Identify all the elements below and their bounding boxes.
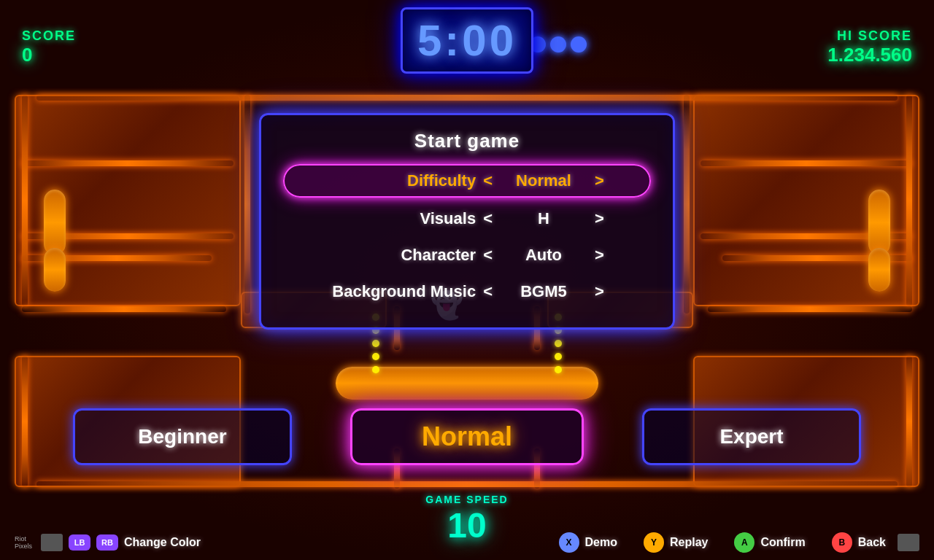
timer-container: 5:00 [401, 7, 533, 74]
character-arrow-left[interactable]: < [483, 246, 493, 265]
pill [44, 248, 66, 292]
expert-label: Expert [719, 425, 783, 448]
character-arrow-right[interactable]: > [595, 246, 604, 265]
beginner-label: Beginner [138, 425, 226, 448]
joystick-icon-right [898, 534, 919, 551]
neon-line-h [22, 160, 234, 166]
neon-line-v [684, 95, 690, 314]
replay-label: Replay [670, 536, 708, 549]
neon-line-v [244, 95, 250, 314]
bgm-arrow-left[interactable]: < [483, 282, 493, 301]
normal-label: Normal [422, 421, 512, 451]
neon-line-h [22, 306, 226, 312]
joystick-icon [41, 534, 63, 551]
difficulty-label: Difficulty [330, 171, 476, 190]
score-block: SCORE 0 [22, 28, 76, 66]
rb-button[interactable]: RB [96, 534, 118, 551]
hi-score-block: HI SCORE 1.234.560 [827, 28, 912, 66]
character-value: Auto [500, 246, 587, 265]
difficulty-value: Normal [500, 171, 587, 190]
x-button[interactable]: X [559, 532, 579, 553]
timer-display: 5:00 [417, 15, 517, 66]
game-speed-label: GAME SPEED [425, 494, 508, 505]
difficulty-arrow-right[interactable]: > [595, 171, 604, 190]
neon-line-v [22, 356, 28, 487]
visuals-label: Visuals [330, 209, 476, 228]
riot-logo: RiotPixels [15, 535, 32, 550]
beginner-button[interactable]: Beginner [73, 408, 292, 465]
hi-score-label: HI SCORE [837, 28, 912, 44]
character-label: Character [330, 246, 476, 265]
expert-button[interactable]: Expert [642, 408, 861, 465]
difficulty-arrow-left[interactable]: < [483, 171, 493, 190]
pill [44, 190, 66, 255]
neon-line-v [906, 356, 912, 487]
neon-line-h [708, 306, 912, 312]
change-color-group: RiotPixels LB RB Change Color [15, 534, 201, 551]
neon-line-v [22, 95, 28, 306]
hi-score-value: 1.234.560 [827, 44, 912, 66]
bgm-value: BGM5 [500, 282, 587, 301]
visuals-row[interactable]: Visuals < H > [283, 203, 651, 234]
visuals-value: H [500, 209, 587, 228]
menu-panel: Start game Difficulty < Normal > Visuals… [259, 113, 675, 330]
difficulty-row[interactable]: Difficulty < Normal > [283, 164, 651, 198]
neon-line-v [906, 95, 912, 306]
lb-button[interactable]: LB [69, 534, 90, 551]
y-button[interactable]: Y [644, 532, 664, 553]
visuals-arrow-right[interactable]: > [595, 209, 604, 228]
life-dot [571, 36, 587, 52]
visuals-arrow-left[interactable]: < [483, 209, 493, 228]
bottom-controls: RiotPixels LB RB Change Color X Demo Y R… [0, 532, 934, 553]
back-label: Back [858, 536, 886, 549]
neon-line-h [36, 95, 898, 101]
change-color-label: Change Color [124, 536, 201, 549]
demo-label: Demo [585, 536, 617, 549]
neon-line-h [36, 481, 898, 487]
bgm-row[interactable]: Background Music < BGM5 > [283, 276, 651, 307]
start-game-label[interactable]: Start game [283, 130, 651, 152]
a-button[interactable]: A [734, 532, 754, 553]
normal-button[interactable]: Normal [350, 408, 584, 465]
right-controls: X Demo Y Replay A Confirm B Back [559, 532, 920, 553]
life-dot [550, 36, 566, 52]
bgm-arrow-right[interactable]: > [595, 282, 604, 301]
score-label: SCORE [22, 28, 76, 44]
character-row[interactable]: Character < Auto > [283, 240, 651, 271]
timer-box: 5:00 [401, 7, 533, 74]
score-value: 0 [22, 44, 32, 66]
neon-line-h [700, 160, 912, 166]
pill [868, 190, 890, 255]
b-button[interactable]: B [832, 532, 852, 553]
pill [868, 248, 890, 292]
confirm-label: Confirm [760, 536, 805, 549]
bgm-label: Background Music [330, 282, 476, 301]
